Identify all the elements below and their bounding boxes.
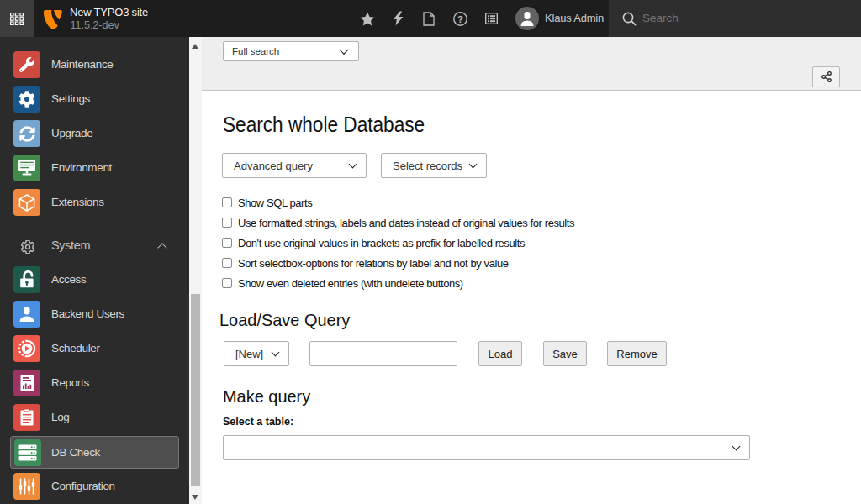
svg-text:?: ?	[457, 13, 463, 24]
